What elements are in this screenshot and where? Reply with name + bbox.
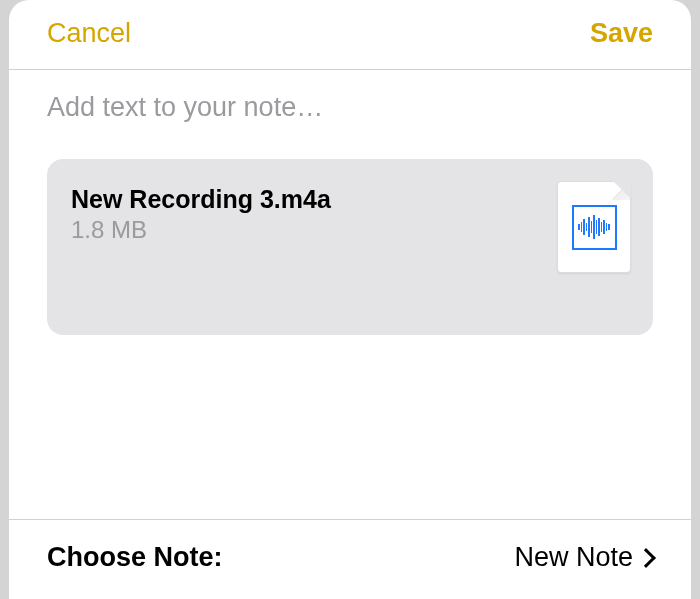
attachment-filename: New Recording 3.m4a (71, 185, 557, 214)
choose-note-row[interactable]: Choose Note: New Note (9, 519, 691, 599)
attachment-card[interactable]: New Recording 3.m4a 1.8 MB (47, 159, 653, 335)
selected-note-text: New Note (514, 542, 633, 573)
share-to-notes-modal: Cancel Save New Recording 3.m4a 1.8 MB (9, 0, 691, 599)
chevron-right-icon (636, 548, 656, 568)
attachment-filesize: 1.8 MB (71, 216, 557, 244)
choose-note-value: New Note (514, 542, 653, 573)
save-button[interactable]: Save (590, 18, 653, 49)
choose-note-label: Choose Note: (47, 542, 223, 573)
audio-file-icon (557, 181, 631, 273)
modal-header: Cancel Save (9, 0, 691, 70)
modal-content: New Recording 3.m4a 1.8 MB (9, 70, 691, 519)
note-text-input[interactable] (47, 92, 653, 123)
attachment-info: New Recording 3.m4a 1.8 MB (71, 185, 557, 244)
cancel-button[interactable]: Cancel (47, 18, 131, 49)
waveform-icon (572, 205, 617, 250)
